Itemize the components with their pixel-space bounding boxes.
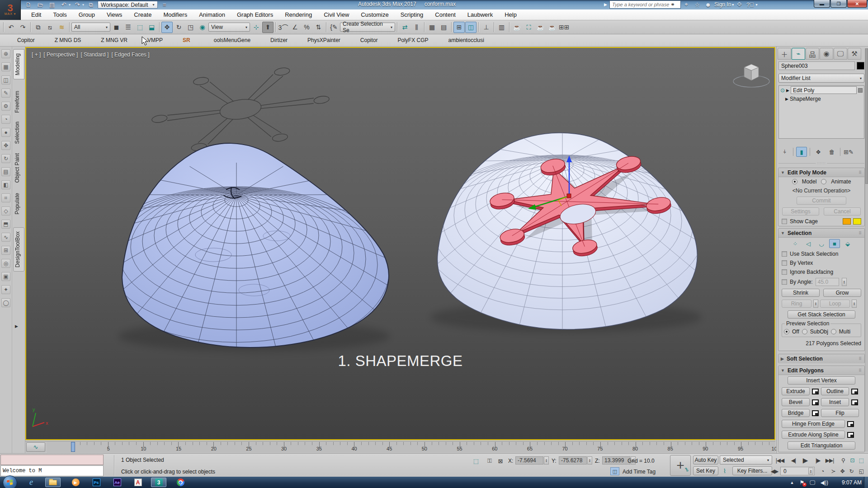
loop-spinner[interactable]: ▲▼ [852, 300, 857, 308]
viewport-canvas[interactable]: xy [26, 48, 774, 439]
left-strip-icon-star[interactable]: ✦ [1, 285, 10, 294]
hierarchy-tab-icon[interactable]: 品 [806, 48, 819, 60]
maxscript-mini-listener[interactable] [0, 455, 104, 465]
left-strip-icon-diamond[interactable]: ◇ [1, 206, 10, 216]
edge-subobject-icon[interactable]: ◁ [803, 239, 814, 248]
ignore-backfacing-checkbox[interactable] [782, 269, 787, 275]
left-strip-icon-circle[interactable]: ◯ [1, 298, 10, 307]
bridge-button[interactable]: Bridge [782, 409, 810, 417]
time-slider-handle[interactable] [71, 442, 75, 452]
loop-button[interactable]: Loop [820, 300, 850, 308]
plugin-tab[interactable]: PhysXPainter [297, 37, 350, 43]
speaker-icon[interactable]: ◀)) [821, 479, 828, 486]
key-mode-icon[interactable]: ⌇ [720, 466, 730, 475]
preview-subobj-radio[interactable] [802, 329, 807, 334]
search-input[interactable] [610, 2, 670, 7]
model-radio[interactable] [792, 179, 797, 184]
extrude-along-spline-settings-icon[interactable] [847, 432, 854, 438]
hinge-from-edge-button[interactable]: Hinge From Edge [782, 420, 845, 428]
object-color-swatch[interactable] [857, 62, 864, 70]
save-file-icon[interactable]: ▤ [47, 1, 57, 9]
hinge-settings-icon[interactable] [847, 421, 854, 427]
left-strip-icon-dot[interactable]: ● [1, 128, 10, 137]
left-strip-icon-half[interactable]: ◧ [1, 180, 10, 189]
favorites-star-icon[interactable]: ☆ [692, 0, 703, 9]
max-application-menu[interactable]: 3MAX ▾ [0, 0, 21, 20]
taskbar-internet-explorer[interactable]: e [24, 478, 39, 487]
bridge-settings-icon[interactable] [812, 410, 819, 416]
z-coord-field[interactable]: 13.3999 [602, 456, 630, 465]
plugin-tab[interactable]: SR [173, 37, 204, 43]
by-angle-field[interactable]: 45.0 [816, 278, 839, 286]
left-strip-icon-list[interactable]: ▤ [1, 167, 10, 176]
taskbar-clock[interactable]: 9:07 AM [842, 477, 862, 488]
selection-lock-icon[interactable]: ⚿ [485, 456, 495, 465]
stack-row-edit-poly[interactable]: ⊙ ▶ Edit Poly [779, 86, 864, 94]
left-strip-icon-pencil[interactable]: ✎ [1, 89, 10, 98]
redo-icon[interactable]: ↷ [72, 1, 82, 9]
undo-scene-icon[interactable]: ↶ [5, 22, 17, 33]
element-subobject-icon[interactable]: ⬙ [842, 239, 853, 248]
x-coord-field[interactable]: -7.5694 [515, 456, 543, 465]
menu-item[interactable]: Views [101, 9, 128, 20]
curve-editor-icon[interactable]: ⊥ [481, 22, 492, 33]
go-to-end-icon[interactable]: ▶▶| [824, 456, 835, 465]
render-iterative-icon[interactable]: ☕ [547, 22, 558, 33]
action-center-flag-icon[interactable]: ⚑✕ [799, 479, 804, 486]
angle-snap-icon[interactable]: ∠ [289, 22, 301, 33]
outline-settings-icon[interactable] [851, 389, 858, 394]
menu-item[interactable]: Rendering [279, 9, 318, 20]
motion-tab-icon[interactable]: ◉ [820, 48, 833, 60]
key-filters-button[interactable]: Key Filters... [732, 466, 772, 475]
modifier-list-dropdown[interactable]: Modifier List▾ [778, 74, 864, 83]
selection-filter-dropdown[interactable]: All▾ [71, 23, 110, 32]
menu-item[interactable]: Graph Editors [231, 9, 279, 20]
perspective-viewport[interactable]: xy [ + ] [ Perspective ] [ Standard ] [ … [25, 47, 775, 440]
menu-item[interactable]: Tools [47, 9, 72, 20]
taskbar-photoshop[interactable]: Ps [89, 478, 104, 487]
menu-item[interactable]: Help [499, 9, 523, 20]
use-pivot-point-icon[interactable]: ⊹ [250, 22, 262, 33]
border-subobject-icon[interactable]: ◡ [816, 239, 827, 248]
object-name-field[interactable]: Sphere003 [778, 61, 855, 70]
left-strip-icon-select[interactable]: ⊕ [1, 49, 10, 58]
scene-explorer-icon[interactable]: ▤ [438, 22, 449, 33]
display-tab-icon[interactable]: 🖵 [834, 48, 847, 60]
extrude-settings-icon[interactable] [812, 389, 819, 394]
layer-manager-icon[interactable]: ▦ [426, 22, 438, 33]
vertex-subobject-icon[interactable]: ⁘ [790, 239, 801, 248]
ribbon-tab-populate[interactable]: Populate [13, 189, 24, 218]
soft-selection-header[interactable]: ▶ Soft Selection ⠿ [778, 354, 864, 363]
create-tab-icon[interactable]: ＋ [778, 48, 791, 60]
play-icon[interactable]: ▶ [799, 456, 811, 465]
left-strip-icon-plus-grid[interactable]: ⊞ [1, 246, 10, 255]
select-and-place-icon[interactable]: ◉ [197, 22, 208, 33]
percent-snap-icon[interactable]: % [301, 22, 312, 33]
inset-button[interactable]: Inset [821, 398, 849, 406]
stack-item-selected[interactable]: Edit Poly [791, 86, 857, 94]
snaps-toggle-icon[interactable]: 3⌒ [278, 22, 289, 33]
preview-multi-radio[interactable] [831, 329, 836, 334]
ribbon-tab-modeling[interactable]: Modeling [13, 49, 24, 80]
ring-spinner[interactable]: ▲▼ [813, 300, 818, 308]
reference-coordsys-dropdown[interactable]: View▾ [208, 23, 250, 32]
stack-row-shapemerge[interactable]: ▶ ShapeMerge [779, 94, 864, 103]
menu-item[interactable]: Animation [193, 9, 231, 20]
viewport-pov-menu[interactable]: [ Perspective ] [43, 52, 78, 58]
design-toolbox-tab[interactable]: DesignToolBox [13, 227, 24, 272]
plugin-tab[interactable]: Copitor [350, 37, 388, 43]
minimize-button[interactable]: ▬ [814, 0, 830, 8]
panel-resize-grip[interactable]: :::::: [778, 163, 864, 164]
animate-radio[interactable] [821, 179, 826, 184]
project-folder-icon[interactable]: ⧉ [86, 1, 96, 9]
isolate-selection-icon[interactable]: ⬚ [471, 456, 481, 465]
left-strip-icon-square[interactable]: ▣ [1, 272, 10, 281]
select-by-name-icon[interactable]: ☰ [123, 22, 134, 33]
left-strip-icon-gear[interactable]: ⚙ [1, 102, 10, 111]
taskbar-chrome[interactable] [173, 478, 188, 487]
rendered-frame-window-icon[interactable]: ⛶ [523, 22, 534, 33]
select-and-scale-icon[interactable]: ◳ [185, 22, 196, 33]
current-frame-field[interactable]: 0▲▼ [780, 467, 815, 475]
workspace-dropdown[interactable]: Workspace: Default▾ [98, 1, 158, 9]
previous-frame-icon[interactable]: ◀| [788, 456, 799, 465]
